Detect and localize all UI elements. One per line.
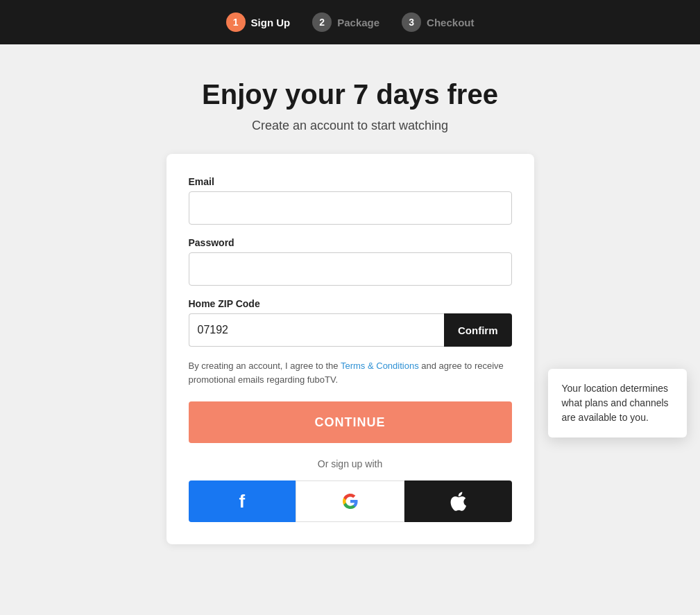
or-signup-text: Or sign up with — [189, 458, 512, 469]
step-1-circle: 1 — [226, 12, 246, 32]
tooltip-text: Your location determines what plans and … — [562, 383, 669, 423]
email-label: Email — [189, 176, 512, 187]
step-checkout: 3 Checkout — [402, 12, 474, 32]
step-2-circle: 2 — [312, 12, 332, 32]
step-signup: 1 Sign Up — [226, 12, 291, 32]
signup-form: Email Password Home ZIP Code Confirm You… — [167, 154, 534, 544]
step-2-number: 2 — [319, 17, 325, 28]
terms-before: By creating an account, I agree to the — [189, 361, 341, 371]
step-package: 2 Package — [312, 12, 379, 32]
facebook-button[interactable]: f — [189, 480, 296, 522]
step-3-circle: 3 — [402, 12, 421, 32]
password-input[interactable] — [189, 252, 512, 286]
zip-row: Confirm — [189, 313, 512, 347]
zip-label: Home ZIP Code — [189, 298, 512, 309]
zip-input[interactable] — [189, 313, 445, 347]
main-content: Enjoy your 7 days free Create an account… — [0, 44, 700, 544]
continue-button[interactable]: CONTINUE — [189, 401, 512, 443]
social-buttons: f — [189, 480, 512, 522]
terms-text: By creating an account, I agree to the T… — [189, 359, 512, 386]
apple-icon — [450, 492, 466, 511]
page-subtitle: Create an account to start watching — [252, 119, 448, 133]
facebook-icon: f — [239, 491, 246, 512]
google-button[interactable] — [296, 480, 404, 522]
google-icon — [342, 493, 359, 510]
step-3-number: 3 — [409, 17, 414, 28]
password-label: Password — [189, 237, 512, 248]
step-1-number: 1 — [233, 17, 239, 28]
email-input[interactable] — [189, 191, 512, 225]
step-2-label: Package — [337, 17, 379, 28]
page-title: Enjoy your 7 days free — [202, 79, 498, 110]
apple-button[interactable] — [404, 480, 512, 522]
confirm-zip-button[interactable]: Confirm — [444, 313, 512, 347]
terms-link[interactable]: Terms & Conditions — [341, 361, 419, 371]
header: 1 Sign Up 2 Package 3 Checkout — [0, 0, 700, 44]
location-tooltip: Your location determines what plans and … — [548, 369, 687, 438]
step-1-label: Sign Up — [251, 17, 291, 28]
step-3-label: Checkout — [427, 17, 474, 28]
